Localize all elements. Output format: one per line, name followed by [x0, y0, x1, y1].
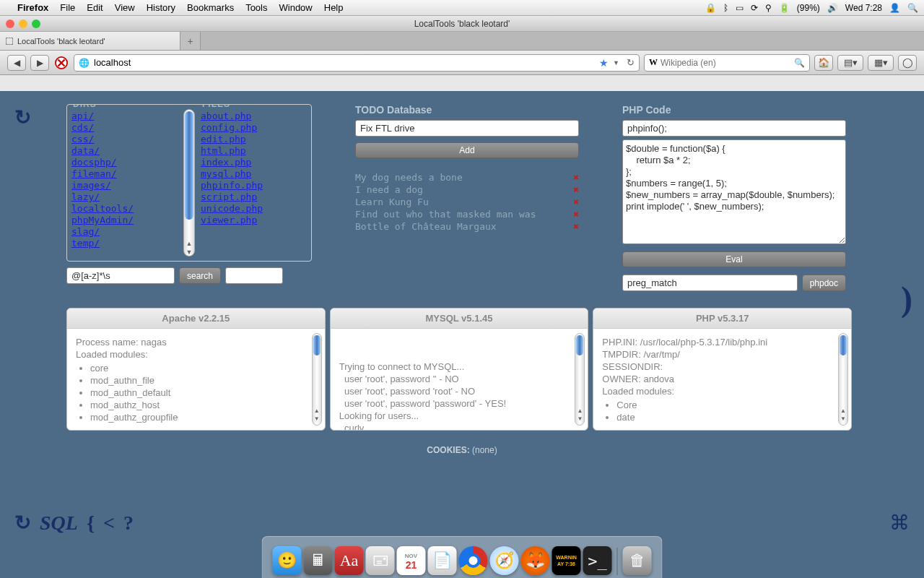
file-link[interactable]: index.php: [201, 157, 307, 168]
dock-trash-icon[interactable]: 🗑: [623, 546, 652, 575]
dir-link[interactable]: temp/: [71, 238, 178, 249]
dir-link[interactable]: css/: [71, 134, 178, 145]
delete-todo-icon[interactable]: ✖: [573, 220, 579, 233]
dir-link[interactable]: slag/: [71, 226, 178, 238]
delete-todo-icon[interactable]: ✖: [573, 208, 579, 220]
noscript-icon[interactable]: [53, 55, 69, 71]
menu-tools[interactable]: Tools: [245, 2, 267, 13]
home-button[interactable]: 🏠: [814, 55, 833, 71]
volume-icon[interactable]: 🔊: [827, 3, 838, 13]
scrollbar[interactable]: ▲ ▼: [183, 109, 195, 256]
dir-link[interactable]: localtools/: [71, 203, 178, 215]
menu-bookmarks[interactable]: Bookmarks: [187, 2, 234, 13]
app-name[interactable]: Firefox: [17, 2, 48, 13]
todo-input[interactable]: [355, 120, 579, 137]
search-bar[interactable]: W 🔍: [644, 54, 810, 72]
regex-input[interactable]: [66, 267, 175, 284]
panel-scrollbar[interactable]: ▲▼: [312, 333, 322, 426]
dock-firefox-icon[interactable]: 🦊: [521, 546, 550, 575]
dock-terminal-icon[interactable]: >_: [583, 546, 612, 575]
file-link[interactable]: script.php: [201, 191, 307, 203]
menu-history[interactable]: History: [147, 2, 175, 13]
dock-calendar-icon[interactable]: NOV21: [397, 546, 426, 575]
file-link[interactable]: about.php: [201, 111, 307, 122]
phpdoc-input[interactable]: [622, 275, 798, 291]
dock-safari-icon[interactable]: 🧭: [490, 546, 519, 575]
close-window-button[interactable]: [6, 20, 14, 28]
url-dropdown-icon[interactable]: ▼: [613, 59, 619, 66]
menu-file[interactable]: File: [60, 2, 75, 13]
command-icon[interactable]: ⌘: [889, 511, 910, 535]
add-button[interactable]: Add: [355, 142, 579, 158]
panel-scrollbar[interactable]: ▲▼: [575, 333, 585, 426]
lt-link[interactable]: <: [103, 512, 115, 535]
search-submit-icon[interactable]: 🔍: [794, 58, 805, 68]
dir-link[interactable]: docsphp/: [71, 157, 178, 168]
search-button[interactable]: search: [179, 267, 221, 284]
dir-link[interactable]: fileman/: [71, 168, 178, 180]
panel-scrollbar[interactable]: ▲▼: [838, 333, 848, 426]
dock-finder-icon[interactable]: 🙂: [273, 546, 302, 575]
search-engine-icon[interactable]: W: [649, 57, 658, 68]
dock-textedit-icon[interactable]: 📄: [428, 546, 457, 575]
dir-link[interactable]: cds/: [71, 122, 178, 134]
extension-button[interactable]: ◯: [898, 55, 917, 71]
refresh-icon[interactable]: ↻: [14, 105, 31, 129]
wifi-icon[interactable]: ⚲: [765, 3, 772, 13]
reload-icon[interactable]: ↻: [627, 57, 635, 68]
file-link[interactable]: unicode.php: [201, 203, 307, 215]
menu-window[interactable]: Window: [279, 2, 313, 13]
spotlight-icon[interactable]: 🔍: [907, 3, 918, 13]
new-tab-button[interactable]: +: [180, 32, 201, 50]
search-input[interactable]: [661, 58, 791, 68]
dir-link[interactable]: data/: [71, 145, 178, 157]
url-bar[interactable]: 🌐 ★ ▼ ↻: [74, 54, 640, 72]
scroll-up-icon[interactable]: ▲: [184, 240, 194, 247]
refresh-footer-icon[interactable]: ↻: [14, 511, 31, 535]
battery-icon[interactable]: 🔋: [779, 3, 790, 13]
dock-chrome-icon[interactable]: [459, 546, 488, 575]
menu-edit[interactable]: Edit: [87, 2, 103, 13]
url-input[interactable]: [94, 57, 595, 68]
menu-view[interactable]: View: [115, 2, 135, 13]
dock-calculator-icon[interactable]: 🖩: [304, 546, 333, 575]
dock-dictionary-icon[interactable]: Aa: [335, 546, 364, 575]
bluetooth-icon[interactable]: ᛒ: [723, 3, 728, 13]
help-link[interactable]: ?: [123, 512, 134, 535]
feed-button[interactable]: ▦▾: [868, 55, 894, 71]
lock-icon[interactable]: 🔒: [705, 3, 716, 13]
delete-todo-icon[interactable]: ✖: [573, 171, 579, 184]
file-link[interactable]: html.php: [201, 145, 307, 157]
dir-link[interactable]: lazy/: [71, 191, 178, 203]
file-link[interactable]: edit.php: [201, 134, 307, 145]
dock-mail-icon[interactable]: 🖃: [366, 546, 395, 575]
dock-console-icon[interactable]: WARNINAY 7:36: [552, 546, 581, 575]
back-button[interactable]: ◀: [7, 55, 26, 71]
site-identity-icon[interactable]: 🌐: [79, 58, 90, 68]
brace-link[interactable]: {: [87, 512, 95, 535]
dir-link[interactable]: phpMyAdmin/: [71, 215, 178, 226]
tab-active[interactable]: LocalTools 'black leotard': [0, 32, 180, 50]
delete-todo-icon[interactable]: ✖: [573, 196, 579, 208]
file-link[interactable]: viewer.php: [201, 215, 307, 226]
file-link[interactable]: config.php: [201, 122, 307, 134]
dir-link[interactable]: images/: [71, 180, 178, 191]
minimize-window-button[interactable]: [19, 20, 27, 28]
delete-todo-icon[interactable]: ✖: [573, 184, 579, 196]
php-input[interactable]: [622, 120, 846, 137]
scroll-thumb[interactable]: [185, 111, 193, 220]
forward-button[interactable]: ▶: [30, 55, 49, 71]
bookmark-star-icon[interactable]: ★: [599, 57, 609, 69]
php-code-area[interactable]: $double = function($a) { return $a * 2; …: [622, 139, 846, 244]
user-icon[interactable]: 👤: [889, 3, 900, 13]
display-icon[interactable]: ▭: [736, 3, 744, 13]
sql-link[interactable]: SQL: [40, 512, 78, 535]
filter-input[interactable]: [225, 267, 283, 284]
scroll-down-icon[interactable]: ▼: [184, 249, 194, 256]
file-link[interactable]: mysql.php: [201, 168, 307, 180]
sync-icon[interactable]: ⟳: [751, 3, 758, 13]
phpdoc-button[interactable]: phpdoc: [802, 275, 846, 291]
bookmarks-button[interactable]: ▤▾: [837, 55, 863, 71]
paren-icon[interactable]: ): [901, 279, 912, 319]
dir-link[interactable]: api/: [71, 111, 178, 122]
